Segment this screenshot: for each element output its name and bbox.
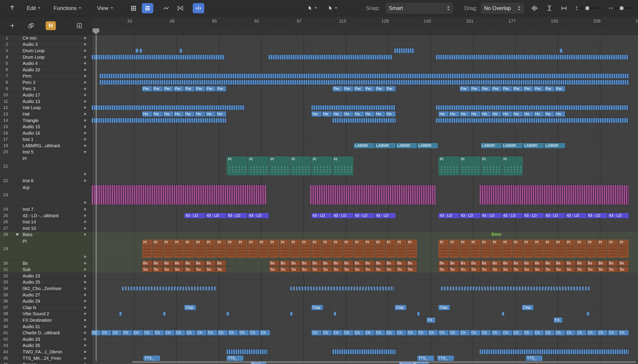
region-clip[interactable]: Bs <box>216 260 226 266</box>
track-header[interactable]: 34062_Cho...Zenhiser <box>0 286 92 292</box>
edit-menu[interactable]: Edit <box>27 5 41 11</box>
record-enable-dot[interactable] <box>84 326 86 328</box>
import-box-button[interactable] <box>75 21 84 30</box>
region-clip[interactable]: Ha <box>502 111 512 117</box>
region-clip[interactable]: 43 - LD <box>438 213 459 218</box>
region-clip[interactable]: Pl <box>491 240 501 258</box>
track-lane[interactable] <box>92 124 638 130</box>
record-enable-dot[interactable] <box>84 338 86 340</box>
record-enable-dot[interactable] <box>84 50 86 52</box>
region-clip[interactable]: Per <box>354 86 364 92</box>
region-clip[interactable]: Bs <box>438 260 449 266</box>
track-lane[interactable]: HaHaHaHaHaHaHaHaHaHaHaHaHaHaHaHaHaHaHaHa… <box>92 111 638 117</box>
arrange-area[interactable]: PerPerPerPerPerPerPerPerPerPerPerPerPerP… <box>92 35 638 364</box>
region-clip[interactable]: Pl <box>618 240 629 258</box>
track-lane[interactable] <box>92 67 638 73</box>
region-clip[interactable]: 43 - LD <box>248 213 269 218</box>
region-clip[interactable]: Pl <box>555 240 565 258</box>
record-enable-dot[interactable] <box>84 43 86 46</box>
region-clip[interactable]: Pl <box>375 240 385 258</box>
region-clip[interactable]: Su <box>206 267 216 272</box>
region-clip[interactable]: Bs <box>195 260 205 266</box>
region-clip[interactable]: Su <box>587 267 597 272</box>
region-clip[interactable]: Su <box>513 267 523 272</box>
region-clip[interactable]: Per <box>385 86 396 92</box>
region-clip[interactable]: Per <box>502 86 512 92</box>
region-clip[interactable]: Per <box>174 86 184 92</box>
region-clip[interactable]: Ha <box>153 111 163 117</box>
region-clip[interactable]: FX <box>427 318 435 323</box>
track-lane[interactable] <box>92 178 638 184</box>
record-enable-dot[interactable] <box>84 69 86 71</box>
region-clip[interactable] <box>560 49 562 53</box>
region-clip[interactable]: Pl <box>290 240 300 258</box>
region-clip[interactable]: Pl <box>195 240 205 258</box>
track-lane[interactable]: LABMRLABMRLABMRLABMRLABMRLABMRLABMRLABMR <box>92 142 638 149</box>
region-clip[interactable]: Pl <box>364 240 375 258</box>
region-clip[interactable]: Ha <box>333 111 343 117</box>
hide-tracks-button[interactable]: H <box>46 21 56 30</box>
region-clip[interactable]: Pl <box>290 156 311 175</box>
region-clip[interactable]: Su <box>354 267 364 272</box>
region-clip[interactable]: Ch <box>354 330 364 336</box>
region-clip[interactable]: Pl <box>438 156 459 175</box>
region-clip[interactable]: Su <box>343 267 353 272</box>
region-clip[interactable]: Bs <box>470 260 480 266</box>
region-clip[interactable]: Pl <box>163 240 174 258</box>
region-clip[interactable]: Bs <box>364 260 375 266</box>
track-lane[interactable]: TTS_TTS_TTS_TTS_TTS_ <box>92 355 638 362</box>
track-header[interactable]: 36Audio 29 <box>0 298 92 304</box>
region-clip[interactable]: Su <box>142 267 152 272</box>
region-clip[interactable]: Su <box>333 267 343 272</box>
record-enable-dot[interactable] <box>84 332 86 334</box>
region-clip[interactable]: 43 - LD <box>565 213 586 218</box>
track-header[interactable]: 39FX Destination <box>0 317 92 324</box>
record-enable-dot[interactable] <box>84 214 86 217</box>
region-clip[interactable]: Ch <box>396 330 406 336</box>
region-clip[interactable]: Su <box>470 267 480 272</box>
record-enable-dot[interactable] <box>84 202 86 204</box>
region-clip[interactable]: Ch <box>618 330 629 336</box>
region-clip[interactable]: Ch <box>343 330 353 336</box>
record-enable-dot[interactable] <box>84 113 86 115</box>
region-clip[interactable]: Su <box>555 267 565 272</box>
region-clip[interactable]: Per <box>470 86 480 92</box>
region-clip[interactable]: LABMR <box>375 143 396 148</box>
region-clip[interactable] <box>394 48 414 53</box>
region-clip[interactable]: Su <box>544 267 554 272</box>
region-clip[interactable]: Per <box>534 86 544 92</box>
region-clip[interactable]: Ch <box>555 330 565 336</box>
record-enable-dot[interactable] <box>84 106 86 109</box>
region-clip[interactable]: Bs <box>311 260 322 266</box>
track-lane[interactable] <box>92 219 638 225</box>
track-header[interactable]: 10Audio 17 <box>0 92 92 98</box>
region-clip[interactable]: Ch <box>196 330 207 336</box>
record-enable-dot[interactable] <box>84 357 86 359</box>
region-clip[interactable]: Ch <box>523 330 533 336</box>
track-lane[interactable] <box>92 60 638 67</box>
region-clip[interactable]: Ha <box>555 111 565 117</box>
region-clip[interactable] <box>269 55 392 59</box>
track-header[interactable]: 17Inst 1 <box>0 136 92 143</box>
region-clip[interactable]: Bs <box>322 260 332 266</box>
region-clip[interactable]: Su <box>396 267 406 272</box>
snap-select[interactable]: Smart <box>386 3 453 13</box>
region-clip[interactable]: Pl <box>523 240 533 258</box>
record-enable-dot[interactable] <box>84 300 86 302</box>
region-clip[interactable]: Ch <box>364 330 375 336</box>
region-clip[interactable]: TTS_ <box>437 356 454 361</box>
region-clip[interactable] <box>333 350 396 354</box>
region-clip[interactable] <box>480 350 629 354</box>
region-clip[interactable] <box>100 80 629 84</box>
region-clip[interactable] <box>502 312 504 316</box>
region-clip[interactable]: Ch <box>218 330 228 336</box>
region-clip[interactable]: Bs <box>491 260 501 266</box>
region-clip[interactable]: Bs <box>481 260 491 266</box>
track-header[interactable]: 12Hat Loop <box>0 105 92 111</box>
track-header[interactable]: 22Inst 6 <box>0 178 92 184</box>
region-clip[interactable]: Ch <box>407 330 417 336</box>
record-enable-dot[interactable] <box>84 56 86 58</box>
track-header[interactable]: 35Audio 27 <box>0 292 92 298</box>
region-clip[interactable]: Clap <box>311 305 323 310</box>
record-enable-dot[interactable] <box>84 151 86 153</box>
